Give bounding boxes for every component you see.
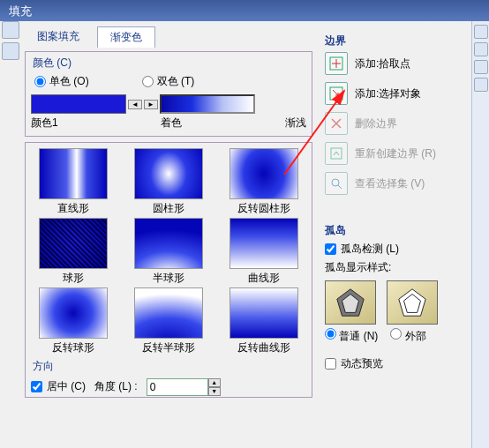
gradient-hemisphere[interactable]: 半球形: [129, 218, 208, 286]
radio-single-color[interactable]: 单色 (O): [34, 74, 89, 89]
tint-swatch[interactable]: [160, 94, 255, 114]
gradient-inv-curve[interactable]: 反转曲线形: [224, 287, 304, 355]
boundary-view-selection: 查看选择集 (V): [325, 172, 482, 195]
svg-rect-2: [331, 148, 342, 159]
boundary-legend: 边界: [325, 34, 482, 49]
select-object-icon[interactable]: [325, 82, 348, 105]
island-group: 孤岛 孤岛检测 (L) 孤岛显示样式: 普通 (N) 外部: [325, 220, 482, 349]
dynamic-preview-checkbox[interactable]: 动态预览: [325, 356, 482, 371]
pickpoint-icon[interactable]: [325, 52, 348, 75]
boundary-recreate: 重新创建边界 (R): [325, 142, 482, 165]
view-selection-icon: [325, 172, 348, 195]
swatch-stepper[interactable]: ◄: [128, 100, 142, 109]
boundary-add-pickpoint[interactable]: 添加:拾取点: [325, 52, 482, 75]
angle-label: 角度 (L) :: [94, 379, 138, 394]
angle-input[interactable]: ▲ ▼: [147, 378, 221, 396]
swatch-right[interactable]: ►: [144, 100, 158, 109]
color1-swatch[interactable]: [31, 94, 126, 114]
label-tint: 着色: [161, 116, 182, 131]
island-style-normal[interactable]: [325, 280, 376, 325]
tab-pattern-fill[interactable]: 图案填充: [25, 26, 92, 48]
left-panel: 图案填充 渐变色 颜色 (C) 单色 (O) 双色 (T) ◄ ► 颜色1: [0, 21, 318, 448]
label-light: 渐浅: [285, 116, 306, 131]
gradient-cylinder[interactable]: 圆柱形: [129, 148, 208, 216]
island-detect-checkbox[interactable]: 孤岛检测 (L): [325, 242, 482, 257]
gradient-linear[interactable]: 直线形: [34, 148, 113, 216]
angle-up[interactable]: ▲: [208, 378, 221, 387]
island-style-label: 孤岛显示样式:: [325, 260, 482, 275]
radio-double-color[interactable]: 双色 (T): [142, 74, 195, 89]
center-checkbox[interactable]: 居中 (C): [31, 379, 86, 394]
swatch-left[interactable]: ◄: [128, 100, 142, 109]
dynamic-preview-input[interactable]: [325, 358, 336, 370]
svg-point-3: [332, 179, 339, 186]
right-panel: 边界 添加:拾取点 添加:选择对象 删除边界 重新创建边界 (R): [318, 21, 489, 448]
island-detect-input[interactable]: [325, 243, 336, 255]
svg-marker-6: [399, 289, 425, 316]
direction-legend: 方向: [31, 359, 306, 374]
delete-boundary-icon: [325, 112, 348, 135]
window-title: 填充: [0, 0, 489, 23]
color-group: 颜色 (C) 单色 (O) 双色 (T) ◄ ► 颜色1 着色 渐浅: [25, 51, 312, 137]
island-legend: 孤岛: [325, 223, 482, 238]
color-legend: 颜色 (C): [31, 56, 306, 71]
island-radio-normal[interactable]: 普通 (N): [325, 328, 378, 344]
tab-gradient[interactable]: 渐变色: [97, 26, 155, 48]
angle-field[interactable]: [147, 378, 208, 396]
gradient-inv-sphere[interactable]: 反转球形: [34, 287, 113, 355]
angle-down[interactable]: ▼: [208, 387, 221, 396]
swatch-stepper2[interactable]: ►: [144, 100, 158, 109]
workarea: 图案填充 渐变色 颜色 (C) 单色 (O) 双色 (T) ◄ ► 颜色1: [0, 21, 489, 448]
boundary-delete: 删除边界: [325, 112, 482, 135]
label-color1: 颜色1: [31, 116, 58, 131]
gradient-curve[interactable]: 曲线形: [224, 218, 304, 286]
radio-single-input[interactable]: [34, 76, 46, 87]
tabs: 图案填充 渐变色: [25, 26, 312, 48]
gradient-inv-cylinder[interactable]: 反转圆柱形: [224, 148, 304, 216]
recreate-boundary-icon: [325, 142, 348, 165]
right-edge-toolbar: [471, 21, 489, 448]
gradient-grid: 直线形 圆柱形 反转圆柱形 球形 半球形: [25, 142, 312, 398]
gradient-sphere[interactable]: 球形: [34, 218, 113, 286]
island-radio-outer[interactable]: 外部: [390, 328, 425, 344]
boundary-add-select[interactable]: 添加:选择对象: [325, 82, 482, 105]
center-checkbox-input[interactable]: [31, 381, 42, 392]
radio-double-input[interactable]: [142, 76, 154, 87]
gradient-inv-hemisphere[interactable]: 反转半球形: [129, 287, 208, 355]
island-style-outer[interactable]: [387, 280, 438, 325]
boundary-group: 边界 添加:拾取点 添加:选择对象 删除边界 重新创建边界 (R): [325, 30, 482, 213]
